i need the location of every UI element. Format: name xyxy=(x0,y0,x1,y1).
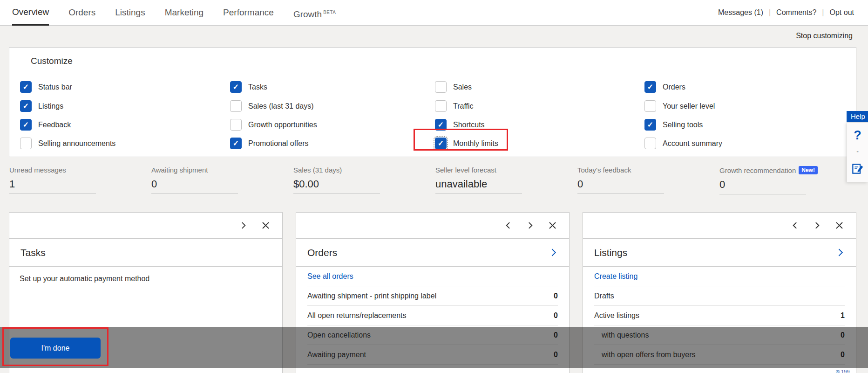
new-badge: New! xyxy=(799,166,818,174)
listings-row-drafts[interactable]: Drafts xyxy=(594,286,845,306)
top-navigation: Overview Orders Listings Marketing Perfo… xyxy=(0,0,868,26)
checkbox-feedback[interactable]: ✓ Feedback xyxy=(20,119,71,131)
checkbox-tasks[interactable]: ✓ Tasks xyxy=(230,81,267,93)
checkbox-label: Status bar xyxy=(38,83,72,91)
check-icon: ✓ xyxy=(647,121,653,129)
move-right-icon[interactable] xyxy=(239,221,247,229)
checkbox-label: Selling announcements xyxy=(38,139,115,148)
checkbox-promotional-offers[interactable]: ✓ Promotional offers xyxy=(230,138,309,149)
checkbox-icon: ✓ xyxy=(20,81,32,93)
tab-growth[interactable]: GrowthBETA xyxy=(293,0,336,26)
orders-card-title: Orders xyxy=(307,247,337,258)
checkbox-selling-tools[interactable]: ✓ Selling tools xyxy=(644,119,703,131)
stat-seller-level-forecast: Seller level forecast unavailable xyxy=(435,166,529,194)
checkbox-icon: ✓ xyxy=(230,138,242,149)
create-listing-link[interactable]: Create listing xyxy=(594,267,845,286)
help-question-icon[interactable]: ? xyxy=(847,123,868,148)
stat-growth-recommendation: Growth recommendationNew! 0 xyxy=(719,166,813,194)
stat-value-link[interactable]: $0.00 xyxy=(293,178,380,194)
check-icon: ✓ xyxy=(647,83,653,91)
copyright-text: ® 199 xyxy=(836,369,850,373)
stat-label: Awaiting shipment xyxy=(151,166,244,174)
row-label: Drafts xyxy=(594,292,614,300)
highlight-box-monthly-limits xyxy=(414,129,508,151)
checkbox-icon: ✓ xyxy=(644,100,656,112)
close-icon[interactable] xyxy=(548,221,557,230)
row-value: 1 xyxy=(841,311,845,320)
checkbox-icon: ✓ xyxy=(20,119,32,131)
task-item[interactable]: Set up your automatic payment method xyxy=(20,267,272,283)
checkbox-account-summary[interactable]: ✓ Account summary xyxy=(644,138,722,149)
checkbox-orders[interactable]: ✓ Orders xyxy=(644,81,685,93)
help-tab[interactable]: Help xyxy=(847,111,868,122)
stat-value-link[interactable]: 1 xyxy=(9,178,96,194)
orders-row-open-returns[interactable]: All open returns/replacements0 xyxy=(307,306,558,325)
messages-link[interactable]: Messages (1) xyxy=(718,8,763,17)
stat-value-link[interactable]: 0 xyxy=(719,179,806,194)
checkbox-your-seller-level[interactable]: ✓ Your seller level xyxy=(644,100,715,112)
checkbox-icon: ✓ xyxy=(230,100,242,112)
checkbox-label: Account summary xyxy=(663,139,722,148)
orders-row-awaiting-shipment[interactable]: Awaiting shipment - print shipping label… xyxy=(307,286,558,306)
checkbox-growth-opportunities[interactable]: ✓ Growth opportunities xyxy=(230,119,317,131)
stat-label: Growth recommendationNew! xyxy=(719,166,813,174)
opt-out-link[interactable]: Opt out xyxy=(830,8,854,17)
checkbox-sales[interactable]: ✓ Sales xyxy=(435,81,472,93)
move-right-icon[interactable] xyxy=(813,221,821,229)
card-titlebar: Listings xyxy=(583,239,856,267)
open-listings-chevron-icon[interactable] xyxy=(836,248,845,257)
tab-orders[interactable]: Orders xyxy=(68,0,95,26)
checkbox-sales-last-31-days[interactable]: ✓ Sales (last 31 days) xyxy=(230,100,314,112)
comments-link[interactable]: Comments? xyxy=(776,8,816,17)
checkbox-listings[interactable]: ✓ Listings xyxy=(20,100,63,112)
card-controls xyxy=(296,213,569,239)
tab-overview[interactable]: Overview xyxy=(12,0,49,26)
divider: | xyxy=(769,8,771,17)
nav-tabs: Overview Orders Listings Marketing Perfo… xyxy=(12,0,336,26)
card-titlebar: Tasks xyxy=(9,239,282,267)
row-label: Awaiting shipment - print shipping label xyxy=(307,292,436,300)
stat-label: Sales (31 days) xyxy=(293,166,387,174)
checkbox-icon: ✓ xyxy=(644,119,656,131)
see-all-orders-link[interactable]: See all orders xyxy=(307,267,558,286)
stat-label: Seller level forecast xyxy=(435,166,529,174)
help-widget: ? - xyxy=(847,122,868,182)
nav-utility-links: Messages (1) | Comments? | Opt out xyxy=(718,0,854,25)
move-right-icon[interactable] xyxy=(526,221,534,229)
listings-row-active-listings[interactable]: Active listings1 xyxy=(594,306,845,325)
tab-listings[interactable]: Listings xyxy=(115,0,145,26)
checkbox-icon: ✓ xyxy=(20,138,32,149)
checkbox-status-bar[interactable]: ✓ Status bar xyxy=(20,81,72,93)
dim-overlay xyxy=(0,327,868,368)
customize-title: Customize xyxy=(31,56,73,66)
close-icon[interactable] xyxy=(835,221,844,230)
checkbox-icon: ✓ xyxy=(435,100,447,112)
stat-awaiting-shipment: Awaiting shipment 0 xyxy=(151,166,244,194)
check-icon: ✓ xyxy=(23,83,29,91)
checkbox-label: Shortcuts xyxy=(453,121,485,129)
minimize-dash-icon: - xyxy=(847,148,868,155)
checkbox-icon: ✓ xyxy=(230,119,242,131)
open-orders-chevron-icon[interactable] xyxy=(549,248,558,257)
checkbox-icon: ✓ xyxy=(435,81,447,93)
edit-note-icon[interactable] xyxy=(847,155,868,182)
stat-value-link[interactable]: 0 xyxy=(151,178,238,194)
stat-value-link[interactable]: unavailable xyxy=(435,178,522,194)
checkbox-traffic[interactable]: ✓ Traffic xyxy=(435,100,474,112)
highlight-box-im-done xyxy=(2,327,108,366)
row-value: 0 xyxy=(554,311,558,320)
row-label: Active listings xyxy=(594,311,639,320)
stat-label: Today's feedback xyxy=(577,166,671,174)
checkbox-label: Sales xyxy=(453,83,472,91)
check-icon: ✓ xyxy=(23,121,29,129)
move-left-icon[interactable] xyxy=(504,221,512,229)
card-controls xyxy=(9,213,282,239)
tab-marketing[interactable]: Marketing xyxy=(165,0,203,26)
stop-customizing-link[interactable]: Stop customizing xyxy=(796,32,853,40)
checkbox-selling-announcements[interactable]: ✓ Selling announcements xyxy=(20,138,115,149)
move-left-icon[interactable] xyxy=(791,221,799,229)
stat-sales-31-days: Sales (31 days) $0.00 xyxy=(293,166,387,194)
stat-value-link[interactable]: 0 xyxy=(577,178,664,194)
close-icon[interactable] xyxy=(261,221,270,230)
tab-performance[interactable]: Performance xyxy=(223,0,274,26)
